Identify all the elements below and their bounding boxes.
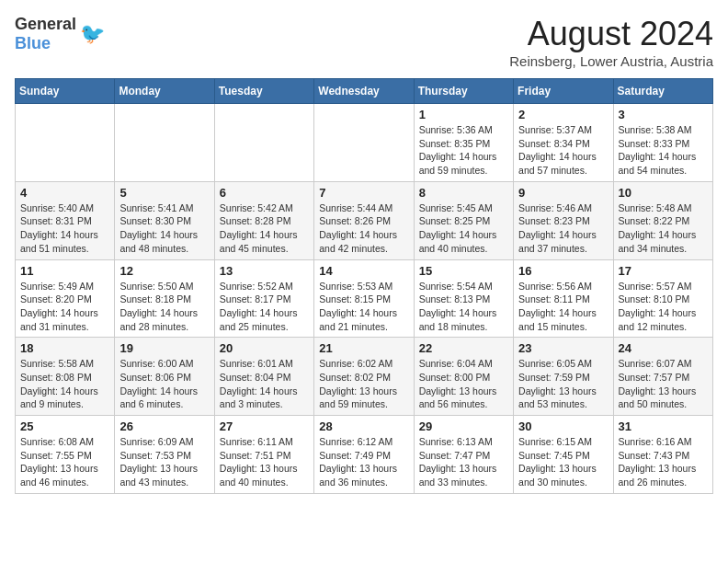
- calendar-cell: 29Sunrise: 6:13 AMSunset: 7:47 PMDayligh…: [414, 416, 513, 494]
- day-number: 26: [119, 419, 209, 433]
- day-info: Sunrise: 6:05 AMSunset: 7:59 PMDaylight:…: [518, 357, 608, 411]
- weekday-header-sunday: Sunday: [16, 79, 115, 104]
- weekday-header-wednesday: Wednesday: [314, 79, 414, 104]
- day-number: 28: [319, 419, 408, 433]
- calendar-cell: 30Sunrise: 6:15 AMSunset: 7:45 PMDayligh…: [514, 416, 613, 494]
- day-info: Sunrise: 6:00 AMSunset: 8:06 PMDaylight:…: [119, 357, 209, 411]
- day-info: Sunrise: 5:53 AMSunset: 8:15 PMDaylight:…: [319, 280, 408, 334]
- calendar-cell: 15Sunrise: 5:54 AMSunset: 8:13 PMDayligh…: [414, 259, 513, 338]
- calendar-cell: 3Sunrise: 5:38 AMSunset: 8:33 PMDaylight…: [613, 104, 712, 182]
- day-info: Sunrise: 5:37 AMSunset: 8:34 PMDaylight:…: [518, 123, 608, 178]
- calendar-cell: 2Sunrise: 5:37 AMSunset: 8:34 PMDaylight…: [514, 104, 613, 182]
- day-info: Sunrise: 6:07 AMSunset: 7:57 PMDaylight:…: [619, 357, 708, 411]
- calendar-cell: 6Sunrise: 5:42 AMSunset: 8:28 PMDaylight…: [214, 181, 313, 259]
- day-info: Sunrise: 6:12 AMSunset: 7:49 PMDaylight:…: [319, 435, 408, 489]
- calendar-cell: 5Sunrise: 5:41 AMSunset: 8:30 PMDaylight…: [115, 181, 214, 259]
- calendar-cell: 10Sunrise: 5:48 AMSunset: 8:22 PMDayligh…: [613, 181, 712, 259]
- calendar-cell: 7Sunrise: 5:44 AMSunset: 8:26 PMDaylight…: [314, 181, 414, 259]
- day-number: 7: [319, 186, 408, 200]
- day-number: 1: [419, 108, 508, 121]
- day-info: Sunrise: 6:04 AMSunset: 8:00 PMDaylight:…: [419, 357, 508, 411]
- week-row-1: 1Sunrise: 5:36 AMSunset: 8:35 PMDaylight…: [16, 104, 713, 182]
- calendar-cell: 13Sunrise: 5:52 AMSunset: 8:17 PMDayligh…: [214, 259, 313, 338]
- day-info: Sunrise: 5:46 AMSunset: 8:23 PMDaylight:…: [518, 201, 608, 256]
- day-info: Sunrise: 5:50 AMSunset: 8:18 PMDaylight:…: [119, 280, 209, 334]
- logo-blue-text: Blue: [15, 34, 51, 52]
- day-number: 16: [518, 264, 608, 278]
- day-info: Sunrise: 6:02 AMSunset: 8:02 PMDaylight:…: [319, 357, 408, 411]
- calendar-cell: 31Sunrise: 6:16 AMSunset: 7:43 PMDayligh…: [613, 416, 712, 494]
- day-info: Sunrise: 5:56 AMSunset: 8:11 PMDaylight:…: [518, 280, 608, 334]
- day-number: 2: [518, 108, 608, 121]
- calendar-cell: [16, 104, 115, 182]
- calendar-cell: 16Sunrise: 5:56 AMSunset: 8:11 PMDayligh…: [514, 259, 613, 338]
- day-number: 30: [518, 419, 608, 433]
- day-info: Sunrise: 5:57 AMSunset: 8:10 PMDaylight:…: [619, 280, 708, 334]
- calendar-cell: [314, 104, 414, 182]
- day-info: Sunrise: 5:58 AMSunset: 8:08 PMDaylight:…: [20, 357, 109, 411]
- calendar-cell: 23Sunrise: 6:05 AMSunset: 7:59 PMDayligh…: [514, 338, 613, 416]
- day-number: 14: [319, 264, 408, 278]
- day-number: 25: [20, 419, 109, 433]
- calendar-cell: 4Sunrise: 5:40 AMSunset: 8:31 PMDaylight…: [16, 181, 115, 259]
- day-number: 21: [319, 341, 408, 355]
- day-number: 11: [20, 264, 109, 278]
- day-number: 29: [419, 419, 508, 433]
- day-number: 10: [619, 186, 708, 200]
- day-info: Sunrise: 5:38 AMSunset: 8:33 PMDaylight:…: [619, 123, 708, 178]
- weekday-header-thursday: Thursday: [414, 79, 513, 104]
- day-number: 15: [419, 264, 508, 278]
- weekday-header-row: SundayMondayTuesdayWednesdayThursdayFrid…: [16, 79, 713, 104]
- day-number: 12: [119, 264, 209, 278]
- day-number: 20: [220, 341, 309, 355]
- calendar-table: SundayMondayTuesdayWednesdayThursdayFrid…: [15, 78, 713, 494]
- calendar-cell: 20Sunrise: 6:01 AMSunset: 8:04 PMDayligh…: [214, 338, 313, 416]
- calendar-cell: [214, 104, 313, 182]
- day-number: 5: [119, 186, 209, 200]
- day-info: Sunrise: 6:13 AMSunset: 7:47 PMDaylight:…: [419, 435, 508, 489]
- calendar-cell: 22Sunrise: 6:04 AMSunset: 8:00 PMDayligh…: [414, 338, 513, 416]
- day-number: 13: [220, 264, 309, 278]
- day-number: 27: [220, 419, 309, 433]
- day-info: Sunrise: 5:41 AMSunset: 8:30 PMDaylight:…: [119, 201, 209, 256]
- calendar-cell: 12Sunrise: 5:50 AMSunset: 8:18 PMDayligh…: [115, 259, 214, 338]
- day-number: 17: [619, 264, 708, 278]
- day-info: Sunrise: 6:01 AMSunset: 8:04 PMDaylight:…: [220, 357, 309, 411]
- week-row-5: 25Sunrise: 6:08 AMSunset: 7:55 PMDayligh…: [16, 416, 713, 494]
- weekday-header-tuesday: Tuesday: [214, 79, 313, 104]
- day-number: 31: [619, 419, 708, 433]
- calendar-cell: 1Sunrise: 5:36 AMSunset: 8:35 PMDaylight…: [414, 104, 513, 182]
- week-row-3: 11Sunrise: 5:49 AMSunset: 8:20 PMDayligh…: [16, 259, 713, 338]
- calendar-cell: 11Sunrise: 5:49 AMSunset: 8:20 PMDayligh…: [16, 259, 115, 338]
- day-info: Sunrise: 5:40 AMSunset: 8:31 PMDaylight:…: [20, 201, 109, 256]
- day-number: 9: [518, 186, 608, 200]
- day-info: Sunrise: 5:45 AMSunset: 8:25 PMDaylight:…: [419, 201, 508, 256]
- logo: General Blue 🐦: [15, 15, 105, 53]
- location-subtitle: Reinsberg, Lower Austria, Austria: [509, 53, 713, 69]
- day-number: 24: [619, 341, 708, 355]
- calendar-cell: 17Sunrise: 5:57 AMSunset: 8:10 PMDayligh…: [613, 259, 712, 338]
- logo-general-text: General: [15, 15, 76, 33]
- calendar-cell: 8Sunrise: 5:45 AMSunset: 8:25 PMDaylight…: [414, 181, 513, 259]
- calendar-cell: 27Sunrise: 6:11 AMSunset: 7:51 PMDayligh…: [214, 416, 313, 494]
- day-info: Sunrise: 6:08 AMSunset: 7:55 PMDaylight:…: [20, 435, 109, 489]
- day-info: Sunrise: 5:36 AMSunset: 8:35 PMDaylight:…: [419, 123, 508, 178]
- day-number: 3: [619, 108, 708, 121]
- calendar-cell: 14Sunrise: 5:53 AMSunset: 8:15 PMDayligh…: [314, 259, 414, 338]
- calendar-cell: 24Sunrise: 6:07 AMSunset: 7:57 PMDayligh…: [613, 338, 712, 416]
- day-number: 18: [20, 341, 109, 355]
- month-year-title: August 2024: [509, 15, 713, 53]
- calendar-cell: [115, 104, 214, 182]
- calendar-cell: 26Sunrise: 6:09 AMSunset: 7:53 PMDayligh…: [115, 416, 214, 494]
- calendar-cell: 28Sunrise: 6:12 AMSunset: 7:49 PMDayligh…: [314, 416, 414, 494]
- day-number: 6: [220, 186, 309, 200]
- day-info: Sunrise: 6:16 AMSunset: 7:43 PMDaylight:…: [619, 435, 708, 489]
- day-info: Sunrise: 5:48 AMSunset: 8:22 PMDaylight:…: [619, 201, 708, 256]
- day-info: Sunrise: 5:49 AMSunset: 8:20 PMDaylight:…: [20, 280, 109, 334]
- week-row-2: 4Sunrise: 5:40 AMSunset: 8:31 PMDaylight…: [16, 181, 713, 259]
- day-info: Sunrise: 6:15 AMSunset: 7:45 PMDaylight:…: [518, 435, 608, 489]
- weekday-header-monday: Monday: [115, 79, 214, 104]
- weekday-header-friday: Friday: [514, 79, 613, 104]
- day-info: Sunrise: 5:52 AMSunset: 8:17 PMDaylight:…: [220, 280, 309, 334]
- calendar-cell: 19Sunrise: 6:00 AMSunset: 8:06 PMDayligh…: [115, 338, 214, 416]
